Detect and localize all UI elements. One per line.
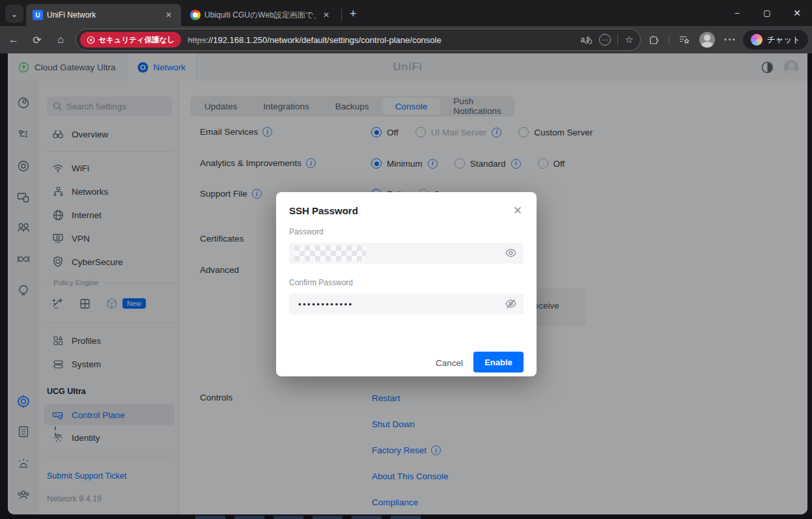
taskbar-item xyxy=(352,516,382,519)
reading-mode-icon[interactable]: ··· xyxy=(599,34,611,46)
tab-divider xyxy=(341,9,342,21)
url-scheme: https xyxy=(188,35,206,45)
google-favicon-icon xyxy=(190,10,201,20)
hide-password-icon[interactable] xyxy=(505,298,517,310)
security-badge-label: セキュリティ保護なし xyxy=(98,35,175,45)
confirm-password-input[interactable]: •••••••••••• xyxy=(289,294,524,315)
taskbar-item xyxy=(273,516,303,519)
taskbar-item xyxy=(313,516,343,519)
enable-button[interactable]: Enable xyxy=(473,352,524,372)
profile-avatar[interactable] xyxy=(699,32,715,48)
taskbar-item xyxy=(234,516,264,519)
security-warning-badge[interactable]: セキュリティ保護なし xyxy=(80,32,181,48)
extensions-icon[interactable] xyxy=(649,35,660,46)
confirm-password-value: •••••••••••• xyxy=(298,300,354,309)
unifi-favicon-icon: U xyxy=(33,10,43,20)
password-input[interactable] xyxy=(289,243,524,264)
divider xyxy=(669,35,669,45)
chevron-down-icon: ⌄ xyxy=(11,9,18,19)
refresh-button[interactable]: ⟳ xyxy=(27,30,47,49)
web-page: Cloud Gateway Ultra Network UniFi xyxy=(0,53,812,514)
taskbar-sliver xyxy=(0,514,812,519)
minimize-button[interactable]: – xyxy=(722,0,752,26)
copilot-icon xyxy=(751,34,763,46)
cancel-button[interactable]: Cancel xyxy=(427,352,472,373)
translate-icon[interactable]: aあ xyxy=(580,35,593,46)
address-bar-icons: aあ ··· ☆ xyxy=(580,34,633,46)
url-path: ://192.168.1.250/network/default/setting… xyxy=(206,35,441,45)
window-controls: – ▢ ✕ xyxy=(722,0,812,26)
browser-tab-unifi[interactable]: U UniFi Network ✕ xyxy=(26,4,181,26)
modal-title: SSH Password xyxy=(289,205,358,216)
tab-title: UniFi Network xyxy=(47,10,159,20)
copilot-label: チャット xyxy=(767,35,800,46)
maximize-button[interactable]: ▢ xyxy=(752,0,782,26)
redacted-password-value xyxy=(294,245,366,261)
show-password-icon[interactable] xyxy=(505,247,517,259)
ssh-password-modal: SSH Password ✕ Password Confirm Password… xyxy=(276,192,537,376)
close-window-button[interactable]: ✕ xyxy=(782,0,812,26)
browser-tab-ubiquiti[interactable]: Ubiquiti CGUのWeb設定画面で、O ✕ xyxy=(184,4,339,26)
back-button[interactable]: ← xyxy=(4,30,23,49)
favorites-icon[interactable] xyxy=(679,35,690,45)
modal-close-icon[interactable]: ✕ xyxy=(511,203,525,219)
new-tab-button[interactable]: + xyxy=(350,7,357,21)
bookmark-star-icon[interactable]: ☆ xyxy=(624,34,633,46)
toolbar-icons: ··· xyxy=(649,32,736,48)
confirm-password-label: Confirm Password xyxy=(289,278,353,287)
tab-search-button[interactable]: ⌄ xyxy=(5,5,23,23)
divider xyxy=(617,35,618,45)
taskbar-item xyxy=(195,516,225,519)
password-label: Password xyxy=(289,227,324,236)
tab-close-icon[interactable]: ✕ xyxy=(320,9,332,21)
browser-toolbar: ← ⟳ ⌂ セキュリティ保護なし https://192.168.1.250/n… xyxy=(0,26,812,53)
home-button[interactable]: ⌂ xyxy=(51,30,70,49)
shield-x-icon xyxy=(87,36,95,44)
taskbar-item xyxy=(391,516,421,519)
url-text[interactable]: https://192.168.1.250/network/default/se… xyxy=(188,35,580,45)
browser-tab-bar: ⌄ U UniFi Network ✕ Ubiquiti CGUのWeb設定画面… xyxy=(0,0,812,26)
tab-close-icon[interactable]: ✕ xyxy=(163,9,175,21)
settings-menu-icon[interactable]: ··· xyxy=(724,34,736,46)
copilot-chat-button[interactable]: チャット xyxy=(743,30,808,49)
screen: ⌄ U UniFi Network ✕ Ubiquiti CGUのWeb設定画面… xyxy=(0,0,812,519)
address-bar[interactable]: セキュリティ保護なし https://192.168.1.250/network… xyxy=(76,29,641,51)
tab-title: Ubiquiti CGUのWeb設定画面で、O xyxy=(204,10,316,21)
